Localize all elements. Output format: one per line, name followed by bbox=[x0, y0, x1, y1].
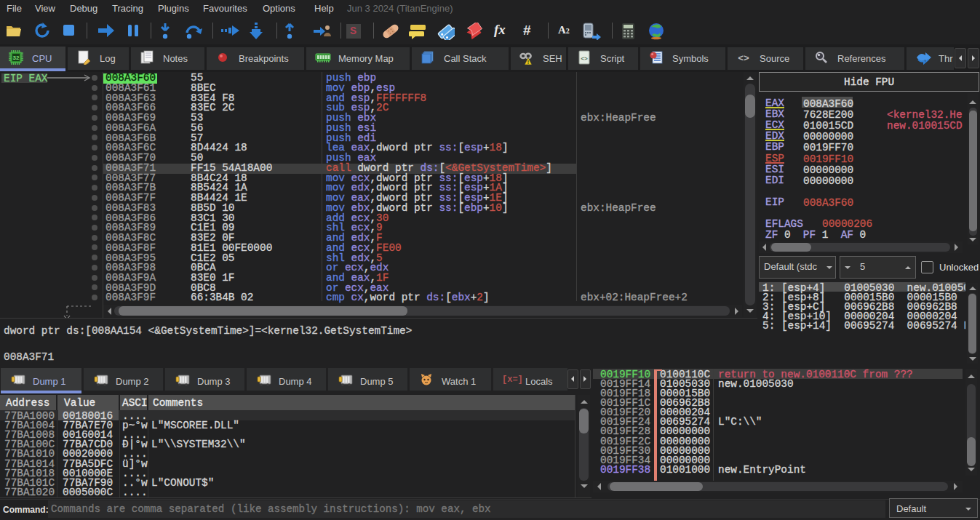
svg-text:<>: <> bbox=[581, 55, 588, 62]
svg-text:!: ! bbox=[527, 60, 529, 65]
svg-text:<>: <> bbox=[738, 53, 749, 64]
svg-text:32: 32 bbox=[13, 55, 20, 61]
